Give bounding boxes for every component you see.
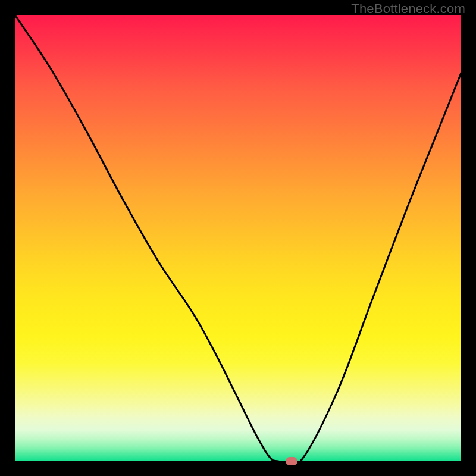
watermark-text: TheBottleneck.com [351, 1, 465, 17]
curve-svg [15, 15, 461, 461]
bottleneck-curve [15, 15, 461, 461]
optimum-marker [286, 457, 298, 465]
plot-frame [15, 15, 461, 461]
